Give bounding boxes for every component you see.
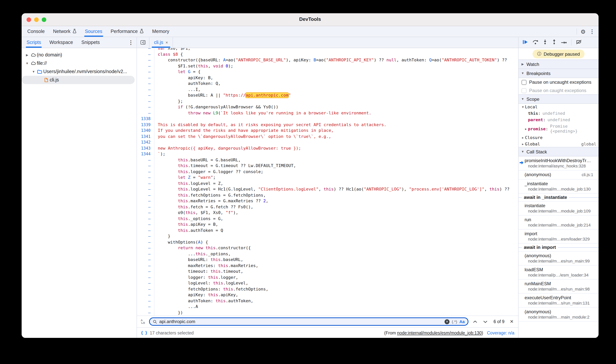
match-case-toggle[interactable]: Aa xyxy=(459,319,465,324)
close-search-icon[interactable]: ✕ xyxy=(509,319,514,324)
step-over-icon[interactable] xyxy=(532,39,538,46)
code-line: let Z = "warn"; xyxy=(158,175,518,181)
code-line: apiKey: this.apiKey, xyxy=(158,292,518,298)
tree-item--no-domain-[interactable]: ▶(no domain) xyxy=(22,51,137,59)
sidebar-tab-snippets[interactable]: Snippets xyxy=(77,37,104,48)
checkbox[interactable] xyxy=(521,88,527,93)
title-bar: DevTools xyxy=(22,13,599,26)
navigator-sidebar: ScriptsWorkspaceSnippets ⋮ ▶(no domain)▼… xyxy=(22,37,137,338)
sidebar-tabs: ScriptsWorkspaceSnippets ⋮ xyxy=(22,37,137,48)
scope-variable-this[interactable]: this:undefined xyxy=(518,110,599,117)
search-input[interactable]: api.anthropic.com ✕ (.*) Aa xyxy=(149,317,468,326)
breakpoint-option[interactable]: Pause on caught exceptions xyxy=(518,86,599,95)
call-stack-frame[interactable]: (anonymous)node:internal/m…main_module:2 xyxy=(518,308,599,322)
scope-variable-promise[interactable]: ▶promise:Promise {<pending>} xyxy=(518,123,599,134)
chevron-down-icon: ▼ xyxy=(31,70,36,73)
async-separator: await in _instantiate xyxy=(518,194,599,202)
sidebar-tab-scripts[interactable]: Scripts xyxy=(22,37,45,48)
code-line: ...I, xyxy=(158,87,518,92)
section-scope[interactable]: ▼ Scope xyxy=(518,94,599,104)
code-editor[interactable]: ––––––––––––1338133913401341134213431344… xyxy=(137,48,518,315)
scope-group-label: Global xyxy=(525,142,540,147)
tree-item-label: (no domain) xyxy=(37,52,62,58)
tree-item-users-jinhuilee-nvm-versions-node-v2-[interactable]: ▼Users/jinhuilee/.nvm/versions/node/v2..… xyxy=(22,67,137,76)
folder-icon xyxy=(36,69,43,74)
code-line: return new this.constructor({ xyxy=(158,245,518,251)
call-stack-frame[interactable]: importnode:internal/m…esm/loader:329 xyxy=(518,230,599,244)
tree-item-cli-js[interactable]: cli.js xyxy=(22,76,135,84)
main-tab-performance[interactable]: Performance xyxy=(106,26,148,37)
code-line: }) xyxy=(158,310,518,315)
breakpoints-label: Breakpoints xyxy=(527,71,551,76)
call-stack-frame[interactable]: executeUserEntryPointnode:internal/m…s/r… xyxy=(518,294,599,308)
tree-item-label: Users/jinhuilee/.nvm/versions/node/v2... xyxy=(43,69,127,74)
gutter-line: – xyxy=(137,204,151,210)
tab-label: Memory xyxy=(152,29,169,34)
tree-item-file-[interactable]: ▼file:// xyxy=(22,59,137,67)
step-icon[interactable] xyxy=(561,39,567,46)
gutter-line: – xyxy=(137,263,151,269)
call-stack-frame[interactable]: instantiatenode:internal/m…module_job:10… xyxy=(518,202,599,216)
regex-toggle[interactable]: (.*) xyxy=(452,319,457,324)
sidebar-more-options-icon[interactable]: ⋮ xyxy=(128,39,134,45)
frame-function-name: import xyxy=(525,231,596,236)
gutter-line: – xyxy=(137,51,151,57)
checkbox[interactable] xyxy=(521,80,527,85)
call-stack-frame[interactable]: (anonymous)node:internal/m…es/run_main:9… xyxy=(518,251,599,266)
sidebar-tabs-right: ⋮ xyxy=(125,37,137,48)
section-watch[interactable]: ▶ Watch xyxy=(518,59,599,69)
breakpoint-option[interactable]: Pause on uncaught exceptions xyxy=(518,78,599,86)
from-source-link[interactable]: node:internal/modules/esm/module_job:130 xyxy=(397,330,482,335)
scope-variable-value: undefined xyxy=(542,111,565,116)
window-title: DevTools xyxy=(22,16,599,22)
hide-navigator-icon[interactable] xyxy=(137,37,149,48)
editor-tab-bar: cli.js × xyxy=(137,37,518,48)
settings-gear-icon[interactable]: ⚙ xyxy=(581,29,586,34)
gutter-line: – xyxy=(137,186,151,192)
sidebar-tab-workspace[interactable]: Workspace xyxy=(45,37,77,48)
code-line: this.maxRetries = G.maxRetries ?? 2, xyxy=(158,198,518,204)
step-out-icon[interactable] xyxy=(552,39,557,46)
scope-variable-parent[interactable]: parent:undefined xyxy=(518,117,599,123)
gutter-line: – xyxy=(137,198,151,204)
resume-script-icon[interactable] xyxy=(522,39,528,46)
clear-search-icon[interactable]: ✕ xyxy=(445,319,449,324)
scope-group-local[interactable]: ▼Local xyxy=(518,104,599,110)
deactivate-breakpoints-icon[interactable] xyxy=(576,39,582,46)
frame-location: node:internal/m…es/run_main:98 xyxy=(525,287,596,291)
code-line: logger: this.logger, xyxy=(158,274,518,280)
section-breakpoints[interactable]: ▼ Breakpoints xyxy=(518,69,599,78)
gutter-line: – xyxy=(137,304,151,310)
call-stack-frame[interactable]: _instantiatenode:internal/m…module_job:1… xyxy=(518,180,599,194)
code-line: this.fetch = G.fetch ?? Fs0(), xyxy=(158,204,518,210)
gutter-line: – xyxy=(137,216,151,221)
call-stack-frame[interactable]: runMainESMnode:internal/m…es/run_main:98 xyxy=(518,280,599,294)
call-stack-frame[interactable]: (anonymous)cli.js:1 xyxy=(518,170,599,180)
call-stack-frame[interactable]: runnode:internal/m…module_job:214 xyxy=(518,216,599,230)
section-call-stack[interactable]: ▼ Call Stack xyxy=(518,147,599,156)
main-tab-sources[interactable]: Sources xyxy=(81,26,106,37)
main-tab-memory[interactable]: Memory xyxy=(148,26,173,37)
status-bar: { } 17 characters selected (From node:in… xyxy=(137,327,518,338)
replace-toggle-icon[interactable]: A↳B xyxy=(141,319,146,324)
line-number-gutter[interactable]: ––––––––––––1338133913401341134213431344… xyxy=(137,48,154,315)
frame-location: node:internal/async_hooks:328 xyxy=(525,164,596,168)
call-stack-frame[interactable]: promiseInitHookWithDestroyTr…node:intern… xyxy=(518,156,599,170)
step-into-icon[interactable] xyxy=(543,39,547,46)
main-tab-console[interactable]: Console xyxy=(23,26,49,37)
main-tab-network[interactable]: Network xyxy=(49,26,81,37)
more-options-icon[interactable]: ⋮ xyxy=(589,28,595,35)
coverage-link[interactable]: Coverage: n/a xyxy=(487,330,515,335)
previous-match-icon[interactable] xyxy=(472,320,479,323)
debug-toolbar xyxy=(518,37,599,48)
chevron-right-icon: ▶ xyxy=(521,136,525,139)
close-tab-icon[interactable]: × xyxy=(166,40,168,45)
code-line: this.apiKey = B, xyxy=(158,221,518,227)
paused-message-row: ⓘ Debugger paused xyxy=(518,48,599,60)
scope-group-closure[interactable]: ▶Closure xyxy=(518,134,599,141)
pretty-print-icon[interactable]: { } xyxy=(141,330,147,335)
next-match-icon[interactable] xyxy=(482,320,489,323)
file-tab-clijs[interactable]: cli.js × xyxy=(149,37,173,48)
scope-group-global[interactable]: ▶Globalglobal xyxy=(518,141,599,147)
call-stack-frame[interactable]: loadESMnode:internal/p…/esm_loader:34 xyxy=(518,266,599,280)
